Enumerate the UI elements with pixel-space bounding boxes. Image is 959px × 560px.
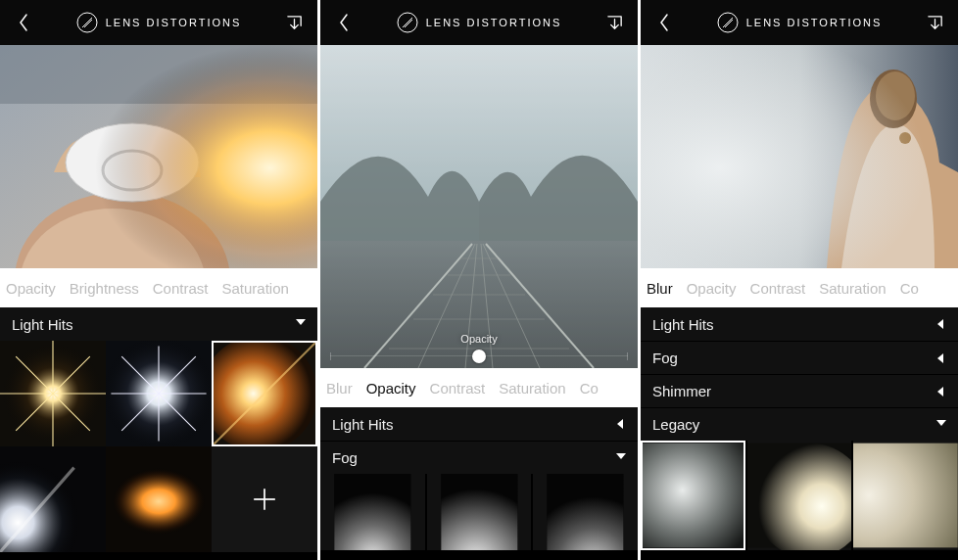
chevron-left-icon	[616, 419, 626, 429]
svg-point-52	[718, 13, 738, 32]
category-list: Light Hits Fog	[320, 407, 638, 474]
effect-thumbs	[641, 441, 958, 550]
svg-rect-51	[548, 474, 624, 550]
tab-saturation[interactable]: Saturation	[221, 280, 288, 297]
svg-rect-49	[441, 474, 517, 550]
category-list: Light Hits	[0, 307, 317, 341]
photo-preview[interactable]: Opacity	[320, 45, 638, 368]
category-label: Light Hits	[652, 316, 714, 333]
category-label: Light Hits	[332, 416, 394, 433]
tab-blur[interactable]: Blur	[647, 280, 673, 297]
category-fog[interactable]: Fog	[320, 441, 638, 474]
tab-blur[interactable]: Blur	[326, 380, 353, 397]
adjust-tabs: Blur Opacity Contrast Saturation Co	[320, 368, 638, 407]
effect-thumb[interactable]	[745, 441, 852, 550]
header: LENS DISTORTIONS	[641, 0, 958, 45]
tab-saturation[interactable]: Saturation	[819, 280, 886, 297]
effect-thumbs	[320, 474, 638, 550]
svg-rect-57	[641, 45, 958, 268]
chevron-left-icon	[936, 319, 946, 329]
tab-color[interactable]: Co	[580, 380, 599, 397]
category-light-hits[interactable]: Light Hits	[641, 307, 958, 341]
effect-thumb[interactable]	[641, 441, 745, 550]
chevron-left-icon	[936, 353, 946, 363]
chevron-down-icon	[616, 453, 626, 463]
effect-thumb[interactable]	[0, 341, 106, 446]
app-brand: LENS DISTORTIONS	[641, 12, 958, 33]
app-logo-icon	[397, 12, 418, 33]
category-light-hits[interactable]: Light Hits	[0, 307, 317, 341]
effect-thumb[interactable]	[106, 341, 212, 446]
app-brand: LENS DISTORTIONS	[0, 12, 317, 33]
svg-rect-47	[334, 474, 410, 550]
header: LENS DISTORTIONS	[0, 0, 317, 45]
effect-thumb[interactable]	[106, 446, 212, 552]
category-light-hits[interactable]: Light Hits	[320, 407, 638, 441]
save-button[interactable]	[600, 9, 628, 36]
screen-2: LENS DISTORTIONS	[320, 0, 638, 560]
back-button[interactable]	[10, 9, 37, 36]
svg-rect-58	[641, 443, 745, 548]
effect-thumb[interactable]	[0, 446, 106, 552]
slider-handle[interactable]	[472, 350, 486, 363]
category-label: Legacy	[652, 416, 699, 433]
screen-1: LENS DISTORTIONS	[0, 0, 317, 560]
app-title: LENS DISTORTIONS	[426, 17, 562, 28]
category-legacy[interactable]: Legacy	[641, 407, 958, 441]
effect-thumb[interactable]	[425, 474, 532, 550]
save-button[interactable]	[280, 9, 308, 36]
photo-preview[interactable]	[0, 45, 317, 268]
tab-saturation[interactable]: Saturation	[499, 380, 565, 397]
photo-preview[interactable]	[641, 45, 958, 268]
svg-rect-45	[320, 45, 638, 368]
category-list: Light Hits Fog Shimmer Legacy	[641, 307, 958, 441]
adjust-tabs: Blur Opacity Contrast Saturation Co	[641, 268, 958, 307]
tab-color[interactable]: Co	[900, 280, 919, 297]
svg-rect-8	[0, 45, 317, 268]
category-fog[interactable]: Fog	[641, 341, 958, 374]
category-label: Shimmer	[652, 383, 711, 399]
chevron-left-icon	[936, 387, 946, 397]
svg-rect-61	[853, 443, 958, 548]
slider-label: Opacity	[460, 333, 497, 345]
back-button[interactable]	[650, 9, 678, 36]
effect-thumb[interactable]	[212, 341, 317, 446]
effect-thumbs	[0, 341, 317, 560]
app-logo-icon	[76, 12, 98, 33]
tab-opacity[interactable]: Opacity	[687, 280, 737, 297]
app-title: LENS DISTORTIONS	[746, 17, 883, 28]
effect-thumb[interactable]	[320, 474, 425, 550]
back-button[interactable]	[330, 9, 358, 36]
adjust-tabs: Opacity Brightness Contrast Saturation	[0, 268, 317, 307]
screen-3: LENS DISTORTIONS Blur Opacity	[641, 0, 958, 560]
svg-point-0	[77, 13, 97, 32]
app-title: LENS DISTORTIONS	[106, 17, 242, 28]
tab-contrast[interactable]: Contrast	[750, 280, 806, 297]
tab-opacity[interactable]: Opacity	[366, 380, 416, 397]
app-logo-icon	[717, 12, 739, 33]
svg-point-28	[111, 468, 206, 536]
category-shimmer[interactable]: Shimmer	[641, 374, 958, 407]
save-button[interactable]	[921, 9, 948, 36]
tab-brightness[interactable]: Brightness	[70, 280, 139, 297]
category-label: Light Hits	[12, 316, 73, 333]
tab-opacity[interactable]: Opacity	[6, 280, 56, 297]
tab-contrast[interactable]: Contrast	[153, 280, 209, 297]
category-label: Fog	[332, 449, 358, 466]
tab-contrast[interactable]: Contrast	[430, 380, 486, 397]
effect-thumb[interactable]	[531, 474, 638, 550]
svg-point-31	[398, 13, 417, 32]
app-brand: LENS DISTORTIONS	[320, 12, 638, 33]
category-label: Fog	[652, 350, 678, 366]
add-effect-button[interactable]	[212, 446, 317, 552]
chevron-down-icon	[296, 319, 306, 329]
effect-thumb[interactable]	[851, 441, 958, 550]
opacity-slider[interactable]: Opacity	[320, 333, 638, 363]
chevron-down-icon	[936, 420, 946, 430]
header: LENS DISTORTIONS	[320, 0, 638, 45]
